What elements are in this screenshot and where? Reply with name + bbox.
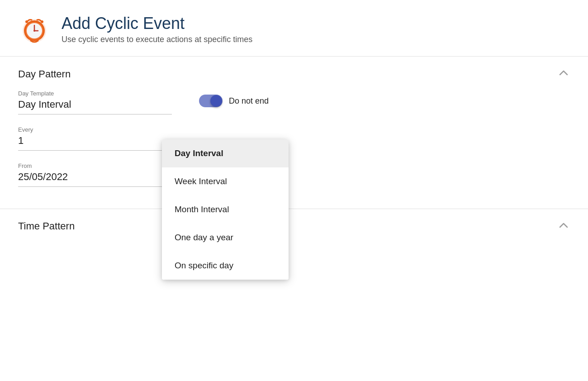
- svg-point-6: [33, 30, 35, 32]
- dropdown-item-week-interval[interactable]: Week Interval: [162, 167, 289, 195]
- every-field: Every 1: [18, 123, 172, 151]
- day-template-value[interactable]: Day Interval: [18, 99, 172, 112]
- every-value[interactable]: 1: [18, 135, 172, 148]
- dropdown-item-one-day-a-year[interactable]: One day a year: [162, 224, 289, 252]
- dropdown-item-day-interval[interactable]: Day Interval: [162, 139, 289, 167]
- day-pattern-header: Day Pattern: [18, 57, 570, 86]
- time-pattern-title: Time Pattern: [18, 220, 75, 232]
- alarm-clock-icon: [18, 13, 51, 45]
- toggle-thumb: [210, 95, 222, 107]
- day-pattern-fields: Day Template Day Interval Every 1 From 2…: [18, 86, 172, 195]
- time-pattern-collapse-button[interactable]: [557, 219, 570, 233]
- time-pattern-section: Time Pattern: [0, 209, 588, 238]
- day-pattern-content: Day Template Day Interval Every 1 From 2…: [18, 86, 570, 195]
- from-label: From: [18, 162, 172, 169]
- page-subtitle: Use cyclic events to execute actions at …: [62, 35, 252, 44]
- every-label: Every: [18, 126, 172, 133]
- day-pattern-collapse-button[interactable]: [557, 67, 570, 82]
- svg-point-8: [41, 20, 43, 23]
- do-not-end-label: Do not end: [229, 96, 269, 106]
- time-pattern-header: Time Pattern: [18, 209, 570, 238]
- day-template-label: Day Template: [18, 90, 172, 97]
- svg-point-7: [25, 20, 28, 23]
- dropdown-item-month-interval[interactable]: Month Interval: [162, 195, 289, 224]
- page-header: Add Cyclic Event Use cyclic events to ex…: [0, 0, 588, 56]
- day-template-dropdown: Day Interval Week Interval Month Interva…: [162, 139, 289, 280]
- day-template-field: Day Template Day Interval: [18, 86, 172, 114]
- from-field: From 25/05/2022: [18, 159, 172, 187]
- day-pattern-section: Day Pattern Day Template Day Interval Ev…: [0, 57, 588, 195]
- day-pattern-title: Day Pattern: [18, 68, 71, 80]
- do-not-end-toggle-area: Do not end: [199, 95, 570, 107]
- header-text-block: Add Cyclic Event Use cyclic events to ex…: [62, 14, 252, 44]
- every-underline: [18, 150, 172, 151]
- from-value[interactable]: 25/05/2022: [18, 171, 172, 185]
- do-not-end-toggle[interactable]: [199, 95, 223, 107]
- from-underline: [18, 186, 172, 187]
- day-template-underline: [18, 114, 172, 114]
- dropdown-item-on-specific-day[interactable]: On specific day: [162, 252, 289, 280]
- page-title: Add Cyclic Event: [62, 14, 252, 33]
